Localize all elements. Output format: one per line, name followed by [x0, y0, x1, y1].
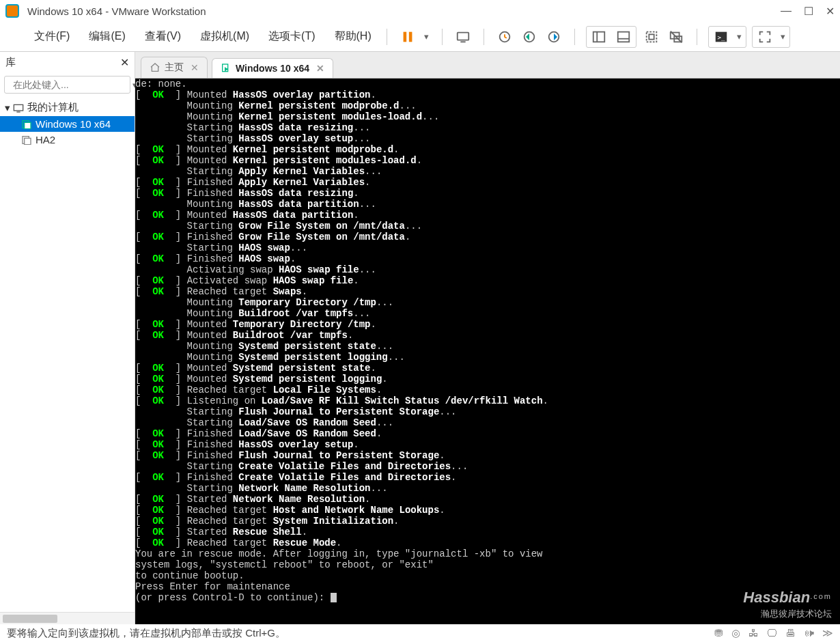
- library-search-input[interactable]: [13, 79, 132, 90]
- status-bar: 要将输入定向到该虚拟机，请在虚拟机内部单击或按 Ctrl+G。 ⛃ ◎ 🖧 🖵 …: [0, 624, 840, 642]
- window-title: Windows 10 x64 - VMware Workstation: [27, 5, 781, 17]
- window-titlebar: Windows 10 x64 - VMware Workstation — ☐ …: [0, 0, 840, 22]
- menubar: 文件(F)编辑(E)查看(V)虚拟机(M)选项卡(T)帮助(H) ▾ >_ ▾ …: [0, 22, 840, 52]
- svg-rect-21: [25, 122, 31, 128]
- window-close-button[interactable]: ✕: [826, 5, 835, 18]
- vm-power-dropdown[interactable]: ▾: [421, 27, 433, 47]
- status-text: 要将输入定向到该虚拟机，请在虚拟机内部单击或按 Ctrl+G。: [7, 627, 285, 640]
- svg-rect-2: [457, 32, 468, 40]
- window-maximize-button[interactable]: ☐: [804, 5, 813, 18]
- status-more-icon[interactable]: ≫: [822, 627, 833, 639]
- tab-0[interactable]: 主页✕: [141, 57, 208, 78]
- status-sound-icon[interactable]: 🕪: [804, 627, 814, 639]
- svg-rect-10: [646, 31, 656, 42]
- fullscreen-button[interactable]: [753, 27, 776, 47]
- console-view-dropdown[interactable]: ▾: [734, 27, 745, 47]
- status-network-icon[interactable]: 🖧: [748, 627, 759, 639]
- vm-console[interactable]: de: none. [ OK ] Mounted HassOS overlay …: [135, 78, 840, 624]
- pause-vm-button[interactable]: [396, 27, 419, 47]
- menu-view[interactable]: 查看(V): [138, 25, 188, 48]
- main-area: 主页✕Windows 10 x64✕ de: none. [ OK ] Moun…: [135, 52, 840, 624]
- snapshot-take-button[interactable]: [493, 27, 516, 47]
- snapshot-revert-button[interactable]: [518, 27, 541, 47]
- status-cd-icon[interactable]: ◎: [731, 627, 740, 639]
- status-display-icon[interactable]: 🖵: [767, 627, 777, 639]
- svg-rect-6: [593, 31, 604, 42]
- library-sidebar: 库 ✕ ▾ ▾我的计算机Windows 10 x64HA2: [0, 52, 135, 624]
- svg-rect-8: [617, 31, 629, 42]
- tab-1[interactable]: Windows 10 x64✕: [212, 58, 333, 78]
- library-tree: ▾我的计算机Windows 10 x64HA2: [0, 96, 135, 612]
- library-close-button[interactable]: ✕: [120, 56, 129, 69]
- view-thumbnail-button[interactable]: [612, 27, 635, 47]
- menu-vm[interactable]: 虚拟机(M): [193, 25, 256, 48]
- svg-rect-1: [409, 31, 412, 42]
- menu-help[interactable]: 帮助(H): [328, 25, 378, 48]
- app-logo-icon: [5, 4, 19, 18]
- tab-bar: 主页✕Windows 10 x64✕: [135, 52, 840, 78]
- window-minimize-button[interactable]: —: [781, 5, 792, 18]
- fit-guest-button[interactable]: [640, 27, 663, 47]
- menu-tabs[interactable]: 选项卡(T): [262, 25, 322, 48]
- svg-text:>_: >_: [717, 33, 725, 40]
- svg-rect-0: [403, 31, 406, 42]
- tree-item-1[interactable]: HA2: [0, 132, 135, 148]
- svg-rect-23: [25, 138, 31, 144]
- unity-mode-button[interactable]: [664, 27, 688, 47]
- snapshot-manager-button[interactable]: [542, 27, 565, 47]
- tab-close-0[interactable]: ✕: [191, 62, 199, 73]
- tab-close-1[interactable]: ✕: [316, 63, 324, 74]
- library-hscrollbar[interactable]: [0, 612, 135, 624]
- tree-item-0[interactable]: Windows 10 x64: [0, 116, 135, 132]
- library-search[interactable]: ▾: [4, 76, 130, 94]
- menu-edit[interactable]: 编辑(E): [82, 25, 132, 48]
- status-printer-icon[interactable]: 🖶: [785, 627, 796, 639]
- view-sidebar-button[interactable]: [587, 27, 611, 47]
- svg-rect-11: [649, 34, 654, 39]
- fullscreen-dropdown[interactable]: ▾: [778, 27, 789, 47]
- status-disk-icon[interactable]: ⛃: [714, 627, 723, 639]
- console-view-button[interactable]: >_: [710, 27, 733, 47]
- tree-root[interactable]: ▾我的计算机: [0, 99, 135, 116]
- send-ctrl-alt-del-button[interactable]: [451, 27, 475, 47]
- library-heading: 库: [5, 56, 16, 69]
- svg-rect-19: [14, 104, 23, 111]
- menu-file[interactable]: 文件(F): [27, 25, 76, 48]
